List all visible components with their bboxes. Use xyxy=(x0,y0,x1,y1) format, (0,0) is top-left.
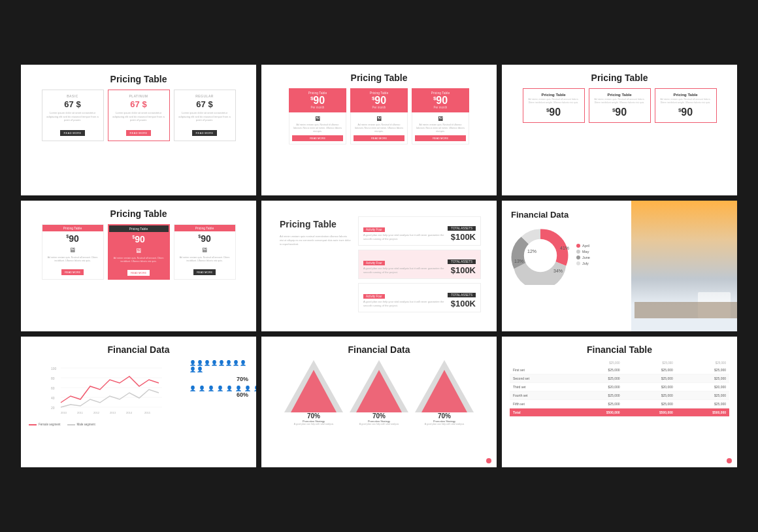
person-5: 👤 xyxy=(218,360,225,366)
mountain-subdesc-3: A good plan can help with vital analysis xyxy=(425,423,465,425)
activity-desc-3: A good plan can help your vital analysis… xyxy=(363,300,448,307)
mountain-label-2: 70% Promotion Strategy A good plan can h… xyxy=(359,412,399,425)
pk-body-3: 🖥 Ad minim veniam quis. Nostrud id ullam… xyxy=(412,112,469,144)
slide-9: Financial Table $25,000 $25,000 $25,000 … xyxy=(502,337,737,467)
line-female-indicator xyxy=(29,424,37,425)
mountain-group-2: 70% Promotion Strategy A good plan can h… xyxy=(346,357,412,425)
row3-v3: $20,000 xyxy=(676,383,729,391)
svg-text:60: 60 xyxy=(51,386,55,390)
slide-6-left: Financial Data xyxy=(502,201,631,331)
row1-v3: $25,000 xyxy=(676,366,729,374)
person-2: 👤 xyxy=(197,360,203,366)
v4-desc-3: Ad minim veniam quis. Nostrud all amount… xyxy=(174,255,235,264)
pk-label-1: Pricing Table xyxy=(293,91,342,95)
v4-btn-1[interactable]: READ MORE xyxy=(61,269,84,275)
card-label-2: PLATINUM xyxy=(112,94,165,98)
card-btn-2[interactable]: READ MORE xyxy=(126,130,152,136)
activity-left-2: Activity Four A good plan can help your … xyxy=(363,255,448,273)
person-12: 👤 xyxy=(199,386,205,391)
table-header-row: $25,000 $25,000 $25,000 xyxy=(510,360,729,366)
total-value-1: $100K xyxy=(448,232,476,242)
person-6: 👤 xyxy=(225,360,232,366)
th-label xyxy=(510,360,570,366)
row2-v3: $25,000 xyxy=(676,374,729,383)
slide-7: Financial Data 100 80 60 40 20 xyxy=(21,337,256,467)
person-9: 👤 xyxy=(190,367,196,373)
line-pink xyxy=(61,376,159,403)
pk-per-3: Per month xyxy=(416,106,465,109)
slide-5-inner: Pricing Table Ad minim veniam quis nostr… xyxy=(271,210,487,322)
pk-btn-1[interactable]: READ MORE xyxy=(292,135,343,141)
mountain-svg-3 xyxy=(412,357,477,412)
table-total-row: Total $500,000 $500,000 $500,000 xyxy=(510,408,729,417)
activity-tag-3: Activity Four xyxy=(363,294,385,299)
financial-table: $25,000 $25,000 $25,000 First set $25,00… xyxy=(510,360,729,417)
person-7: 👤 xyxy=(233,360,239,366)
slide-2: Pricing Table Pricing Table $90 Per mont… xyxy=(261,65,497,195)
pk-btn-3[interactable]: READ MORE xyxy=(415,135,466,141)
v4-header-3: Pricing Table xyxy=(174,225,235,231)
pct-labels: 41% 34% 13% 12% xyxy=(511,246,622,285)
total-v2: $500,000 xyxy=(623,408,676,417)
pk-label-3: Pricing Table xyxy=(416,91,465,95)
v4-icon-2: 🖥 xyxy=(109,247,169,254)
card-btn-1[interactable]: READ MORE xyxy=(60,130,86,136)
row5-label: Fifth set xyxy=(510,400,570,408)
legend-female: Female segment xyxy=(29,423,61,426)
v4-header-1: Pricing Table xyxy=(42,225,103,231)
slide-4-title: Pricing Table xyxy=(29,208,248,219)
v4-btn-3[interactable]: READ MORE xyxy=(193,269,216,275)
activity-1: Activity Four A good plan can help your … xyxy=(358,216,481,246)
outlined-desc-2: Ad minim veniam quis. Nostrud all amount… xyxy=(593,98,646,105)
slide-3-cards: Pricing Table Ad minim veniam quis. Nost… xyxy=(510,88,729,123)
pk-price-3: $90 xyxy=(416,95,465,106)
person-15: 👤 xyxy=(226,386,233,391)
svg-text:20: 20 xyxy=(51,406,55,410)
v4-btn-2[interactable]: READ MORE xyxy=(127,270,150,276)
total-value-3: $100K xyxy=(448,299,476,308)
mountain-svg-1 xyxy=(281,357,346,412)
mountain-subdesc-2: A good plan can help with vital analysis xyxy=(359,423,399,425)
table-row-3: Third set $20,000 $20,000 $20,000 xyxy=(510,383,729,391)
legend-male: Male segment xyxy=(67,423,95,426)
card-desc-3: Lorem ipsum dolor sit amet consectetur a… xyxy=(178,111,231,122)
svg-text:2014: 2014 xyxy=(126,411,133,414)
pk-header-1: Pricing Table $90 Per month xyxy=(289,88,346,112)
slide-9-title: Financial Table xyxy=(510,344,729,355)
row3-label: Third set xyxy=(510,383,570,391)
slide-4-cards: Pricing Table $90 🖥 Ad minim veniam quis… xyxy=(29,224,248,280)
pct-41: 41% xyxy=(560,246,569,250)
card-label-3: REGULAR xyxy=(178,94,231,98)
slide-4-card-3: Pricing Table $90 🖥 Ad minim veniam quis… xyxy=(174,224,236,280)
card-btn-3[interactable]: READ MORE xyxy=(192,130,218,136)
person-18: 👤 xyxy=(254,386,256,391)
total-label-2: TOTAL ASSETS xyxy=(448,259,476,264)
photo-bg xyxy=(631,201,737,331)
row3-v1: $20,000 xyxy=(570,383,623,391)
activity-desc-1: A good plan can help your vital analysis… xyxy=(363,233,448,240)
pk-desc-3: Ad minim veniam quis. Nostrud id ullamco… xyxy=(415,124,466,133)
mountain-label-1: 70% Promotion Strategy A good plan can h… xyxy=(294,412,334,425)
svg-text:40: 40 xyxy=(51,396,55,400)
row1-v2: $25,000 xyxy=(623,366,676,374)
pk-btn-2[interactable]: READ MORE xyxy=(354,135,404,141)
v4-price-3: $90 xyxy=(174,232,235,245)
legend-male-label: Male segment xyxy=(77,423,95,426)
pk-price-1: $90 xyxy=(293,95,342,106)
person-11: 👤 xyxy=(190,386,196,391)
outlined-price-2: $90 xyxy=(593,107,646,118)
pk-header-2: Pricing Table $90 Per month xyxy=(350,88,408,112)
v4-price-1: $90 xyxy=(42,232,103,245)
slide-6-right xyxy=(631,201,737,331)
card-price-3: 67 $ xyxy=(178,99,231,109)
row2-v1: $25,000 xyxy=(570,374,623,383)
v4-icon-1: 🖥 xyxy=(42,246,103,254)
outlined-price-3: $90 xyxy=(659,107,712,118)
person-10: 👤 xyxy=(197,367,203,373)
outlined-title-3: Pricing Table xyxy=(659,93,712,97)
line-chart: 100 80 60 40 20 2010 xyxy=(29,360,184,419)
card-label-1: BASIC xyxy=(46,94,99,98)
desk-shape xyxy=(634,302,737,318)
slide-2-card-1: Pricing Table $90 Per month 🖥 Ad minim v… xyxy=(289,88,346,144)
activity-right-2: TOTAL ASSETS $100K xyxy=(448,254,476,275)
